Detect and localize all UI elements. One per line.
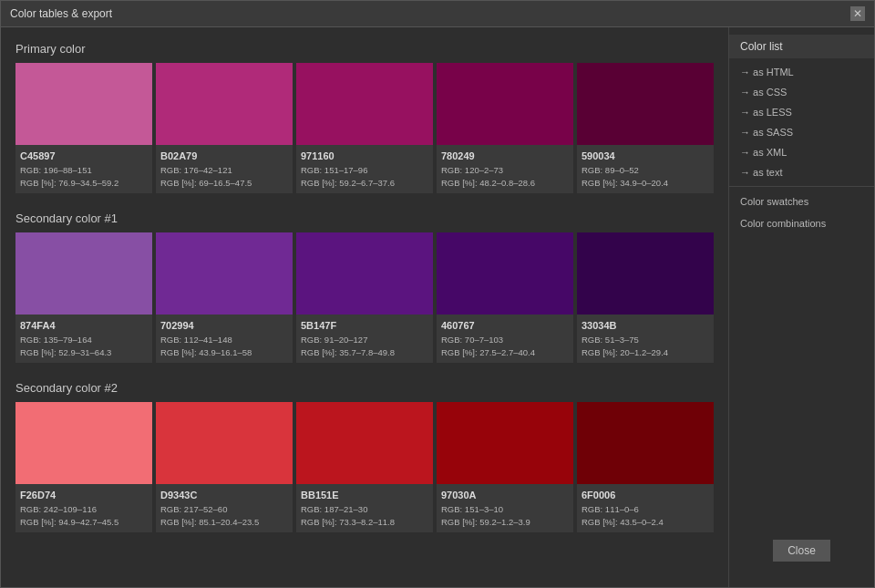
color-rgbp-2-0: RGB [%]: 94.9–42.7–45.5 xyxy=(20,516,148,529)
color-swatch-1-2[interactable] xyxy=(296,232,433,315)
sidebar-color-combinations[interactable]: Color combinations xyxy=(729,212,874,234)
sidebar-as-less[interactable]: → as LESS xyxy=(729,102,874,122)
color-cell-2-3: 97030ARGB: 151–3–10RGB [%]: 59.2–1.2–3.9 xyxy=(437,402,573,532)
color-rgbp-2-4: RGB [%]: 43.5–0–2.4 xyxy=(582,516,709,529)
color-swatch-2-4[interactable] xyxy=(577,402,714,484)
color-hex-0-0: C45897 xyxy=(20,149,148,164)
color-cell-1-0: 874FA4RGB: 135–79–164RGB [%]: 52.9–31–64… xyxy=(15,232,152,363)
color-rgbp-1-4: RGB [%]: 20–1.2–29.4 xyxy=(582,346,709,359)
color-info-1-4: 33034BRGB: 51–3–75RGB [%]: 20–1.2–29.4 xyxy=(577,315,714,363)
color-swatch-1-4[interactable] xyxy=(577,232,714,315)
section-title-0: Primary color xyxy=(15,42,714,56)
sidebar-close-button[interactable]: Close xyxy=(773,540,830,562)
color-info-2-3: 97030ARGB: 151–3–10RGB [%]: 59.2–1.2–3.9 xyxy=(437,484,573,532)
color-rgb-0-4: RGB: 89–0–52 xyxy=(582,164,709,177)
color-info-0-3: 780249RGB: 120–2–73RGB [%]: 48.2–0.8–28.… xyxy=(437,145,573,193)
color-rgbp-0-4: RGB [%]: 34.9–0–20.4 xyxy=(582,177,709,190)
color-rgb-0-3: RGB: 120–2–73 xyxy=(441,164,569,177)
color-swatch-0-2[interactable] xyxy=(296,63,433,145)
color-rgbp-0-3: RGB [%]: 48.2–0.8–28.6 xyxy=(441,177,569,190)
color-swatch-1-0[interactable] xyxy=(15,232,152,315)
color-cell-1-1: 702994RGB: 112–41–148RGB [%]: 43.9–16.1–… xyxy=(156,232,293,363)
color-hex-0-2: 971160 xyxy=(301,149,428,164)
color-rgb-1-3: RGB: 70–7–103 xyxy=(441,334,569,346)
section-title-2: Secondary color #2 xyxy=(15,381,714,395)
color-info-0-2: 971160RGB: 151–17–96RGB [%]: 59.2–6.7–37… xyxy=(296,145,433,193)
color-swatch-1-1[interactable] xyxy=(156,232,293,315)
color-info-0-4: 590034RGB: 89–0–52RGB [%]: 34.9–0–20.4 xyxy=(577,145,714,193)
color-rgb-1-0: RGB: 135–79–164 xyxy=(20,334,148,346)
color-section-0: Primary colorC45897RGB: 196–88–151RGB [%… xyxy=(15,42,714,193)
main-content: Primary colorC45897RGB: 196–88–151RGB [%… xyxy=(1,27,728,587)
sidebar-bottom: Close xyxy=(729,525,874,580)
color-cell-2-0: F26D74RGB: 242–109–116RGB [%]: 94.9–42.7… xyxy=(15,402,152,532)
color-rgbp-0-0: RGB [%]: 76.9–34.5–59.2 xyxy=(20,177,148,190)
color-swatch-2-2[interactable] xyxy=(296,402,433,484)
color-cell-0-3: 780249RGB: 120–2–73RGB [%]: 48.2–0.8–28.… xyxy=(437,63,573,193)
sidebar: Color list → as HTML → as CSS → as LESS … xyxy=(728,27,874,587)
color-hex-1-0: 874FA4 xyxy=(20,318,148,334)
color-hex-0-1: B02A79 xyxy=(160,149,288,164)
color-info-2-0: F26D74RGB: 242–109–116RGB [%]: 94.9–42.7… xyxy=(15,484,152,532)
sidebar-color-swatches[interactable]: Color swatches xyxy=(729,191,874,212)
color-rgb-2-2: RGB: 187–21–30 xyxy=(301,503,428,516)
dialog-title: Color tables & export xyxy=(10,7,112,20)
color-cell-1-3: 460767RGB: 70–7–103RGB [%]: 27.5–2.7–40.… xyxy=(437,232,573,363)
color-hex-0-3: 780249 xyxy=(441,149,569,164)
color-rgb-1-4: RGB: 51–3–75 xyxy=(582,334,709,346)
color-swatch-2-1[interactable] xyxy=(156,402,293,484)
color-cell-1-2: 5B147FRGB: 91–20–127RGB [%]: 35.7–7.8–49… xyxy=(296,232,433,363)
sidebar-as-sass[interactable]: → as SASS xyxy=(729,122,874,142)
color-rgbp-1-3: RGB [%]: 27.5–2.7–40.4 xyxy=(441,346,569,359)
color-cell-0-4: 590034RGB: 89–0–52RGB [%]: 34.9–0–20.4 xyxy=(577,63,714,193)
color-hex-1-2: 5B147F xyxy=(301,318,428,334)
color-section-1: Secondary color #1874FA4RGB: 135–79–164R… xyxy=(15,211,714,363)
color-swatch-1-3[interactable] xyxy=(437,232,573,315)
color-cell-2-2: BB151ERGB: 187–21–30RGB [%]: 73.3–8.2–11… xyxy=(296,402,433,532)
color-grid-2: F26D74RGB: 242–109–116RGB [%]: 94.9–42.7… xyxy=(15,402,714,532)
color-grid-0: C45897RGB: 196–88–151RGB [%]: 76.9–34.5–… xyxy=(15,63,714,193)
color-swatch-0-1[interactable] xyxy=(156,63,293,145)
color-info-1-0: 874FA4RGB: 135–79–164RGB [%]: 52.9–31–64… xyxy=(15,315,152,363)
sidebar-as-text[interactable]: → as text xyxy=(729,162,874,182)
titlebar: Color tables & export ✕ xyxy=(1,1,874,27)
dialog: Color tables & export ✕ Primary colorC45… xyxy=(0,0,875,588)
color-rgbp-1-1: RGB [%]: 43.9–16.1–58 xyxy=(160,346,288,359)
color-rgb-0-0: RGB: 196–88–151 xyxy=(20,164,148,177)
color-info-0-1: B02A79RGB: 176–42–121RGB [%]: 69–16.5–47… xyxy=(156,145,293,193)
color-hex-2-0: F26D74 xyxy=(20,488,148,503)
color-swatch-0-0[interactable] xyxy=(15,63,152,145)
color-rgb-2-0: RGB: 242–109–116 xyxy=(20,503,148,516)
color-cell-1-4: 33034BRGB: 51–3–75RGB [%]: 20–1.2–29.4 xyxy=(577,232,714,363)
sidebar-as-html[interactable]: → as HTML xyxy=(729,62,874,82)
color-cell-0-0: C45897RGB: 196–88–151RGB [%]: 76.9–34.5–… xyxy=(15,63,152,193)
color-swatch-0-3[interactable] xyxy=(437,63,573,145)
color-rgb-2-4: RGB: 111–0–6 xyxy=(582,503,709,516)
color-info-2-4: 6F0006RGB: 111–0–6RGB [%]: 43.5–0–2.4 xyxy=(577,484,714,532)
color-swatch-0-4[interactable] xyxy=(577,63,714,145)
color-hex-0-4: 590034 xyxy=(582,149,709,164)
title-close-button[interactable]: ✕ xyxy=(850,6,865,21)
color-hex-1-1: 702994 xyxy=(160,318,288,334)
sidebar-as-xml[interactable]: → as XML xyxy=(729,142,874,162)
color-hex-2-3: 97030A xyxy=(441,488,569,503)
color-cell-0-1: B02A79RGB: 176–42–121RGB [%]: 69–16.5–47… xyxy=(156,63,293,193)
color-rgb-2-1: RGB: 217–52–60 xyxy=(160,503,288,516)
color-rgbp-1-2: RGB [%]: 35.7–7.8–49.8 xyxy=(301,346,428,359)
dialog-body: Primary colorC45897RGB: 196–88–151RGB [%… xyxy=(1,27,874,587)
color-rgbp-2-2: RGB [%]: 73.3–8.2–11.8 xyxy=(301,516,428,529)
color-rgb-1-2: RGB: 91–20–127 xyxy=(301,334,428,346)
sidebar-divider xyxy=(729,186,874,187)
color-swatch-2-0[interactable] xyxy=(15,402,152,484)
color-swatch-2-3[interactable] xyxy=(437,402,573,484)
section-title-1: Secondary color #1 xyxy=(15,211,714,225)
sidebar-color-list-label: Color list xyxy=(729,35,874,58)
color-hex-1-4: 33034B xyxy=(582,318,709,334)
color-rgbp-0-1: RGB [%]: 69–16.5–47.5 xyxy=(160,177,288,190)
color-info-2-1: D9343CRGB: 217–52–60RGB [%]: 85.1–20.4–2… xyxy=(156,484,293,532)
color-info-2-2: BB151ERGB: 187–21–30RGB [%]: 73.3–8.2–11… xyxy=(296,484,433,532)
sidebar-as-css[interactable]: → as CSS xyxy=(729,82,874,102)
color-cell-0-2: 971160RGB: 151–17–96RGB [%]: 59.2–6.7–37… xyxy=(296,63,433,193)
color-info-1-3: 460767RGB: 70–7–103RGB [%]: 27.5–2.7–40.… xyxy=(437,315,573,363)
color-hex-2-2: BB151E xyxy=(301,488,428,503)
